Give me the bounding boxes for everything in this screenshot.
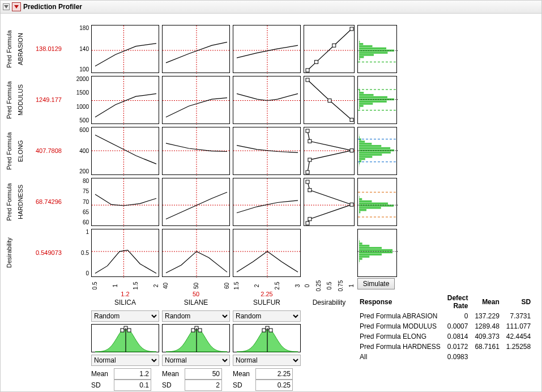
svg-rect-104 [359, 258, 362, 259]
svg-rect-39 [359, 94, 374, 96]
row-axis-label-2: ELONG [16, 129, 24, 173]
predicted-value-modulus: 1249.177 [36, 96, 62, 103]
x-name-desirability: Desirability [304, 299, 355, 306]
svg-rect-50 [308, 158, 311, 161]
svg-rect-65 [359, 143, 372, 144]
table-row: All0.0983 [359, 352, 535, 361]
svg-rect-58 [359, 158, 365, 160]
row-label-abrasion: Pred FormulaABRASION [5, 27, 24, 71]
y-tick: 60 [73, 219, 89, 225]
svg-rect-122 [191, 329, 195, 332]
cell-Desirability-SULFUR [233, 229, 301, 277]
svg-rect-105 [359, 255, 369, 257]
hotspot-icon[interactable] [12, 2, 21, 11]
sd-label: SD [162, 381, 181, 389]
factor-mode-select-sulfur[interactable]: Random [233, 310, 301, 322]
svg-rect-51 [306, 171, 309, 174]
y-tick: 500 [73, 117, 89, 123]
factor-density-silane [162, 324, 230, 352]
svg-rect-11 [359, 54, 374, 56]
factor-mean-input-silane[interactable] [185, 368, 222, 380]
svg-rect-59 [359, 156, 372, 157]
svg-rect-73 [308, 189, 311, 192]
svg-rect-89 [359, 196, 360, 198]
cell-MODULUS-desir [304, 76, 355, 124]
results-header: Mean [473, 293, 503, 310]
y-tick: 1 [73, 229, 89, 235]
x-current-silane[interactable]: 50 [162, 291, 230, 297]
x-current-sulfur[interactable]: 2.25 [233, 291, 301, 297]
panel-title: Prediction Profiler [23, 3, 82, 11]
svg-rect-67 [359, 138, 361, 140]
table-row: Pred Formula ELONG0.0814409.37342.4454 [359, 332, 535, 341]
factor-mode-select-silica[interactable]: Random [91, 310, 159, 322]
cell-ABRASION-SILANE [162, 25, 230, 73]
svg-rect-41 [359, 90, 360, 91]
svg-rect-86 [359, 203, 388, 204]
svg-rect-16 [359, 43, 363, 45]
cell-ABRASION-SILICA [91, 25, 159, 73]
cell-ABRASION-desir [304, 25, 355, 73]
predicted-value-elong: 407.7808 [36, 147, 62, 154]
svg-rect-56 [359, 163, 360, 164]
cell-Desirability-SILANE [162, 229, 230, 277]
svg-rect-17 [359, 41, 360, 42]
y-tick: 2000 [73, 76, 89, 82]
row-axis-label-2: MODULUS [16, 78, 24, 122]
svg-rect-47 [306, 129, 309, 133]
svg-rect-85 [359, 204, 394, 206]
factor-dist-select-silica[interactable]: Normal [91, 355, 159, 366]
svg-rect-10 [359, 56, 364, 58]
svg-rect-76 [306, 221, 309, 225]
factor-mean-input-silica[interactable] [114, 368, 151, 380]
predicted-value-abrasion: 138.0129 [36, 45, 62, 52]
svg-rect-24 [306, 78, 309, 82]
factor-sd-input-silica[interactable] [114, 380, 151, 391]
row-axis-label-1: Desirability [5, 231, 13, 275]
svg-rect-48 [308, 139, 311, 143]
factor-dist-select-silane[interactable]: Normal [162, 355, 230, 366]
factor-mean-input-sulfur[interactable] [255, 368, 293, 380]
simulate-button[interactable]: Simulate [357, 278, 395, 289]
y-tick: 0 [73, 270, 89, 276]
cell-MODULUS-SILANE [162, 76, 230, 124]
y-tick: 400 [73, 148, 89, 154]
svg-rect-124 [198, 329, 202, 332]
cell-MODULUS-SILICA [91, 76, 159, 124]
disclosure-icon[interactable] [3, 3, 10, 10]
cell-ELONG-SILANE [162, 127, 230, 175]
svg-rect-60 [359, 154, 382, 155]
svg-rect-82 [359, 211, 360, 213]
sd-label: SD [233, 381, 252, 389]
cell-HARDNESS-SILANE [162, 178, 230, 226]
table-row: Pred Formula ABRASION0137.2297.3731 [359, 312, 535, 321]
factor-mode-select-silane[interactable]: Random [162, 310, 230, 322]
svg-rect-118 [121, 329, 124, 332]
svg-rect-126 [262, 329, 266, 332]
svg-rect-128 [269, 329, 272, 332]
svg-rect-49 [350, 149, 353, 152]
x-current-silica[interactable]: 1.2 [91, 291, 159, 297]
simulation-results-table: ResponseDefectRateMeanSD Pred Formula AB… [357, 292, 536, 363]
factor-dist-select-sulfur[interactable]: Normal [233, 355, 301, 366]
factor-sd-input-silane[interactable] [185, 380, 222, 391]
svg-rect-63 [359, 147, 390, 149]
y-tick: 80 [73, 178, 89, 184]
svg-rect-107 [359, 252, 392, 253]
titlebar: Prediction Profiler [1, 1, 541, 14]
factor-sd-input-sulfur[interactable] [255, 380, 293, 391]
cell-HARDNESS-SILICA [91, 178, 159, 226]
row-axis-label-1: Pred Formula [5, 27, 13, 71]
y-tick: 100 [73, 66, 89, 73]
svg-rect-35 [359, 103, 373, 104]
svg-rect-3 [350, 27, 353, 31]
svg-rect-75 [308, 218, 311, 221]
y-tick: 200 [73, 168, 89, 174]
mean-label: Mean [91, 370, 110, 378]
svg-rect-36 [359, 101, 387, 103]
svg-rect-33 [359, 107, 360, 109]
x-name-silane: SILANE [162, 299, 230, 306]
y-tick: 140 [73, 46, 89, 52]
profiler-content: Pred FormulaABRASION138.0129100140180Pre… [1, 14, 541, 391]
sd-label: SD [91, 381, 110, 389]
